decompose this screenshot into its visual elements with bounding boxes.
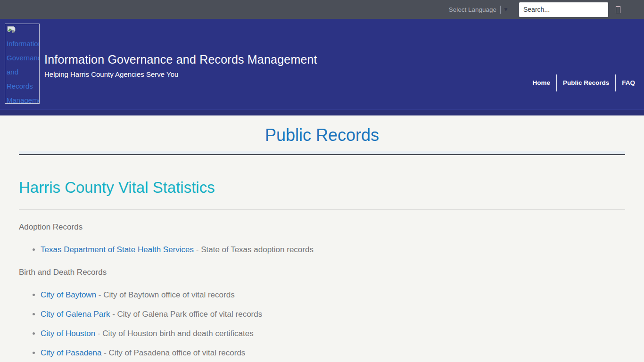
record-link-tx-dshs[interactable]: Texas Department of State Health Service…: [41, 245, 194, 254]
birth-death-records-list: City of Baytown - City of Baytown office…: [19, 290, 625, 358]
topbar: Select Language ▼: [0, 0, 644, 19]
record-link-pasadena[interactable]: City of Pasadena: [41, 348, 101, 357]
site-title: Information Governance and Records Manag…: [44, 53, 317, 66]
record-description: - City of Galena Park office of vital re…: [110, 310, 262, 319]
site-header: Information Governance and Records Manag…: [0, 19, 644, 109]
record-description: - State of Texas adoption records: [194, 245, 314, 254]
site-title-block: Information Governance and Records Manag…: [44, 53, 317, 78]
header-bottom-strip: [0, 109, 644, 115]
list-item: City of Houston - City of Houston birth …: [41, 329, 625, 338]
page-title-divider: [19, 151, 625, 155]
main-nav: Home Public Records FAQ: [526, 74, 641, 91]
page-title: Public Records: [19, 125, 625, 145]
group-heading-birth-death-records: Birth and Death Records: [19, 268, 625, 277]
chevron-down-icon: ▼: [503, 7, 509, 12]
list-item: City of Pasadena - City of Pasadena offi…: [41, 348, 625, 358]
language-selector-label: Select Language: [449, 6, 496, 13]
adoption-records-list: Texas Department of State Health Service…: [19, 245, 625, 255]
nav-item-public-records[interactable]: Public Records: [556, 74, 615, 91]
group-heading-adoption-records: Adoption Records: [19, 222, 625, 232]
search-icon[interactable]: [616, 6, 620, 13]
language-divider: [500, 6, 501, 14]
record-description: - City of Baytown office of vital record…: [96, 290, 235, 299]
broken-image-icon: [7, 25, 16, 35]
record-description: - City of Houston birth and death certif…: [95, 329, 253, 338]
section-title: Harris County Vital Statistics: [19, 179, 625, 197]
list-item: City of Galena Park - City of Galena Par…: [41, 310, 625, 319]
search-input[interactable]: [523, 6, 604, 13]
list-item: Texas Department of State Health Service…: [41, 245, 625, 255]
language-selector[interactable]: Select Language ▼: [449, 6, 509, 14]
record-link-houston[interactable]: City of Houston: [41, 329, 95, 338]
section-divider: [19, 209, 625, 210]
page-content: Public Records Harris County Vital Stati…: [0, 125, 644, 358]
nav-item-home[interactable]: Home: [526, 74, 556, 91]
search-box: [519, 2, 608, 17]
site-logo[interactable]: Information Governance and Records Manag…: [5, 24, 40, 104]
site-subtitle: Helping Harris County Agencies Serve You: [44, 70, 317, 78]
record-link-galena-park[interactable]: City of Galena Park: [41, 310, 110, 319]
record-link-baytown[interactable]: City of Baytown: [41, 290, 96, 299]
list-item: City of Baytown - City of Baytown office…: [41, 290, 625, 300]
logo-alt-text: Information Governance and Records Manag…: [7, 37, 39, 104]
record-description: - City of Pasadena office of vital recor…: [101, 348, 245, 357]
nav-item-faq[interactable]: FAQ: [615, 74, 641, 91]
